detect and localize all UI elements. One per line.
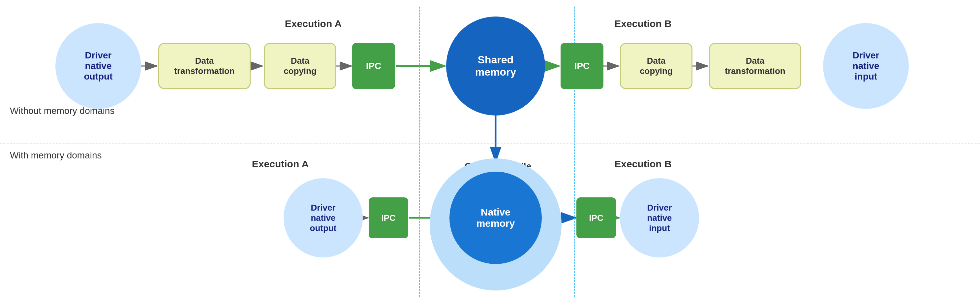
exec-b-label-bottom: Execution B (593, 158, 692, 170)
driver-native-input-top: Driver native input (823, 23, 909, 109)
exec-b-label-top: Execution B (593, 18, 692, 29)
driver-native-output-bottom: Driver native output (283, 178, 363, 257)
driver-native-input-bottom: Driver native input (620, 178, 699, 257)
exec-a-label-bottom: Execution A (231, 158, 330, 170)
ipc-1: IPC (352, 43, 395, 89)
data-copying-1: Data copying (264, 43, 336, 89)
exec-a-label-top: Execution A (264, 18, 363, 29)
vline-left (419, 6, 420, 297)
data-copying-2: Data copying (620, 43, 692, 89)
driver-native-output-top: Driver native output (56, 23, 141, 109)
data-transformation-2: Data transformation (709, 43, 801, 89)
shared-memory: Shared memory (446, 16, 545, 115)
ipc-3: IPC (369, 198, 408, 238)
diagram-container: Without memory domains With memory domai… (0, 0, 980, 303)
section-divider (0, 144, 980, 144)
native-memory-inner: Native memory (449, 172, 542, 264)
ipc-4: IPC (576, 198, 616, 238)
data-transformation-1: Data transformation (158, 43, 251, 89)
ipc-2: IPC (560, 43, 603, 89)
label-with-memory-domains: With memory domains (10, 150, 102, 161)
